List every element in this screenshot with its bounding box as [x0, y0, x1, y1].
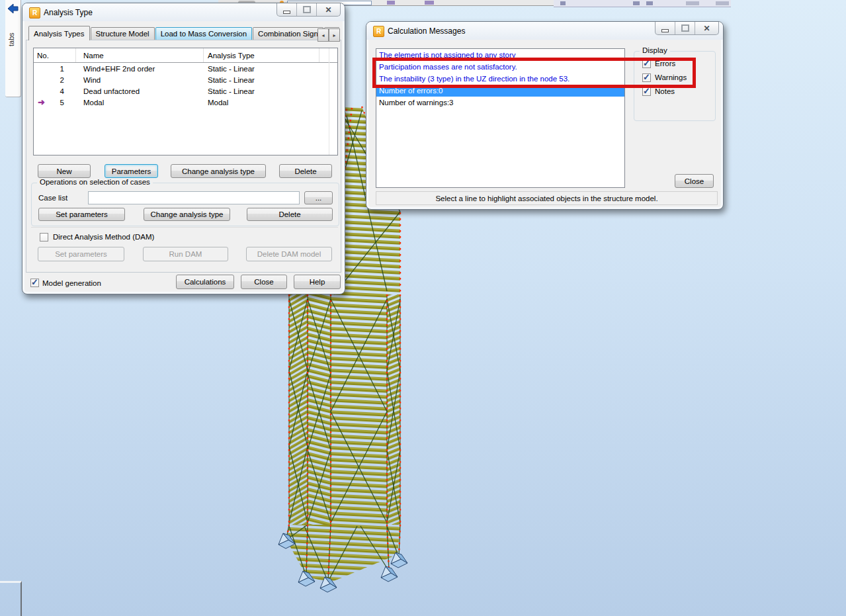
- delete-selection-button[interactable]: Delete: [247, 208, 333, 221]
- dam-checkbox-label: Direct Analysis Method (DAM): [53, 233, 154, 241]
- close-icon: ✕: [325, 6, 331, 14]
- warnings-checkbox[interactable]: [642, 73, 651, 82]
- cell-name: Wind: [76, 76, 204, 84]
- window-corner-fragment: [0, 581, 22, 616]
- cell-no: 1: [34, 65, 76, 73]
- operations-group-title: Operations on selection of cases: [37, 178, 153, 186]
- close-button[interactable]: ✕: [317, 3, 340, 16]
- window-controls: ✕: [655, 22, 719, 35]
- close-icon: ✕: [703, 24, 710, 32]
- calculation-messages-list: The element is not assigned to any story…: [376, 48, 625, 188]
- analysis-tabstrip: Analysis TypesStructure ModelLoad to Mas…: [28, 26, 339, 40]
- close-messages-button[interactable]: Close: [675, 174, 714, 188]
- dam-section: Direct Analysis Method (DAM) Set paramet…: [31, 227, 338, 271]
- analysis-types-tabpage: No. Name Analysis Type 1 Wind+EHF 2nd or…: [26, 40, 341, 273]
- warnings-label: Warnings: [655, 73, 687, 81]
- tab-analysis-types[interactable]: Analysis Types: [28, 26, 90, 40]
- table-row[interactable]: 2 Wind Static - Linear: [34, 74, 337, 85]
- change-analysis-type-button[interactable]: Change analysis type: [171, 164, 266, 178]
- robot-app-icon: R: [29, 7, 40, 19]
- tab-scroll-buttons: ◂ ▸: [317, 28, 340, 42]
- minimize-icon: [283, 11, 290, 14]
- minimize-icon: [661, 29, 669, 32]
- column-header-name: Name: [76, 48, 204, 62]
- table-row[interactable]: 1 Wind+EHF 2nd order Static - Linear: [34, 63, 337, 74]
- table-row-current[interactable]: ➜ 5 Modal Modal: [34, 97, 337, 108]
- message-line-selected[interactable]: Number of errors:0: [376, 85, 624, 97]
- dam-set-parameters-button[interactable]: Set parameters: [38, 247, 124, 261]
- toolbar-icon-fragment: [686, 1, 699, 5]
- tab-scroll-left-button[interactable]: ◂: [317, 28, 329, 42]
- model-generation-checkbox[interactable]: [30, 279, 39, 287]
- analysis-dialog-titlebar[interactable]: R Analysis Type ✕: [22, 3, 345, 21]
- column-header-analysis-type: Analysis Type: [204, 48, 319, 62]
- toolbar-icon-fragment: [633, 1, 640, 5]
- table-column-divider: [329, 48, 329, 155]
- table-row[interactable]: 4 Dead unfactored Static - Linear: [34, 85, 337, 97]
- toolbar-icon-fragment: [560, 1, 566, 5]
- toolbar-icon-fragment: [387, 1, 395, 5]
- message-line[interactable]: The element is not assigned to any story: [376, 49, 624, 61]
- set-parameters-button[interactable]: Set parameters: [38, 208, 125, 221]
- minimize-button[interactable]: [277, 3, 297, 16]
- current-case-arrow-icon: ➜: [38, 97, 45, 107]
- column-header-no: No.: [34, 48, 76, 62]
- application-background: tabs: [0, 0, 846, 616]
- tab-load-to-mass-conversion[interactable]: Load to Mass Conversion: [155, 27, 252, 40]
- messages-status-bar: Select a line to highlight associated ob…: [376, 191, 718, 205]
- cell-name: Modal: [76, 99, 204, 107]
- window-controls: ✕: [276, 3, 341, 17]
- delete-button[interactable]: Delete: [279, 164, 332, 178]
- message-line[interactable]: Number of warnings:3: [376, 97, 624, 109]
- calculations-button[interactable]: Calculations: [176, 275, 234, 289]
- dam-checkbox[interactable]: [40, 233, 48, 242]
- table-header: No. Name Analysis Type: [34, 48, 337, 63]
- cell-type: Modal: [204, 99, 319, 107]
- cell-type: Static - Linear: [204, 76, 319, 84]
- cell-name: Wind+EHF 2nd order: [76, 65, 204, 73]
- change-analysis-type-selection-button[interactable]: Change analysis type: [144, 208, 230, 221]
- case-list-input[interactable]: [88, 191, 300, 204]
- robot-app-icon: R: [373, 26, 384, 37]
- notes-checkbox[interactable]: [642, 87, 651, 96]
- tab-scroll-right-button[interactable]: ▸: [329, 28, 340, 42]
- close-button[interactable]: ✕: [695, 22, 718, 34]
- close-dialog-button[interactable]: Close: [241, 275, 287, 289]
- cell-name: Dead unfactored: [76, 87, 204, 95]
- tower-body: [286, 294, 400, 582]
- toolbar-icon-fragment: [425, 1, 434, 5]
- toolbar-icon-fragment: [646, 1, 653, 5]
- restore-icon: [681, 24, 689, 32]
- cell-type: Static - Linear: [204, 87, 319, 95]
- errors-checkbox[interactable]: [642, 60, 651, 68]
- tab-structure-model[interactable]: Structure Model: [91, 27, 155, 40]
- notes-label: Notes: [655, 87, 675, 95]
- new-button[interactable]: New: [38, 164, 91, 178]
- restore-button[interactable]: [297, 3, 317, 16]
- messages-dialog-title: Calculation Messages: [388, 26, 465, 36]
- cell-no: 2: [34, 76, 76, 84]
- run-dam-button[interactable]: Run DAM: [143, 247, 228, 261]
- message-line[interactable]: Participation masses are not satisfactor…: [376, 61, 624, 73]
- browse-cases-button[interactable]: ...: [304, 191, 333, 204]
- tab-combination-sign[interactable]: Combination Sign: [253, 27, 323, 40]
- cell-no: 4: [34, 87, 76, 95]
- display-groupbox: Display Errors Warnings Notes: [634, 51, 716, 121]
- analysis-dialog-title: Analysis Type: [44, 8, 93, 17]
- operations-groupbox: Operations on selection of cases Case li…: [31, 183, 339, 226]
- parameters-button[interactable]: Parameters: [105, 164, 158, 178]
- case-list-label: Case list: [38, 194, 67, 202]
- analysis-type-dialog: R Analysis Type ✕ Analysis TypesStructur…: [22, 3, 345, 294]
- back-arrow-icon[interactable]: [7, 3, 19, 15]
- messages-dialog-titlebar[interactable]: R Calculation Messages ✕: [366, 22, 723, 40]
- top-toolbar-fragment-right: [554, 0, 731, 7]
- cell-type: Static - Linear: [204, 65, 319, 73]
- restore-button[interactable]: [675, 22, 695, 34]
- minimize-button[interactable]: [656, 22, 675, 34]
- help-button[interactable]: Help: [294, 275, 341, 289]
- analysis-cases-table: No. Name Analysis Type 1 Wind+EHF 2nd or…: [33, 48, 338, 155]
- tabs-side-panel: tabs: [5, 0, 21, 97]
- message-line[interactable]: The instability (3 type) in the UZ direc…: [376, 73, 624, 85]
- delete-dam-model-button[interactable]: Delete DAM model: [246, 247, 332, 261]
- tabs-panel-label: tabs: [7, 20, 18, 46]
